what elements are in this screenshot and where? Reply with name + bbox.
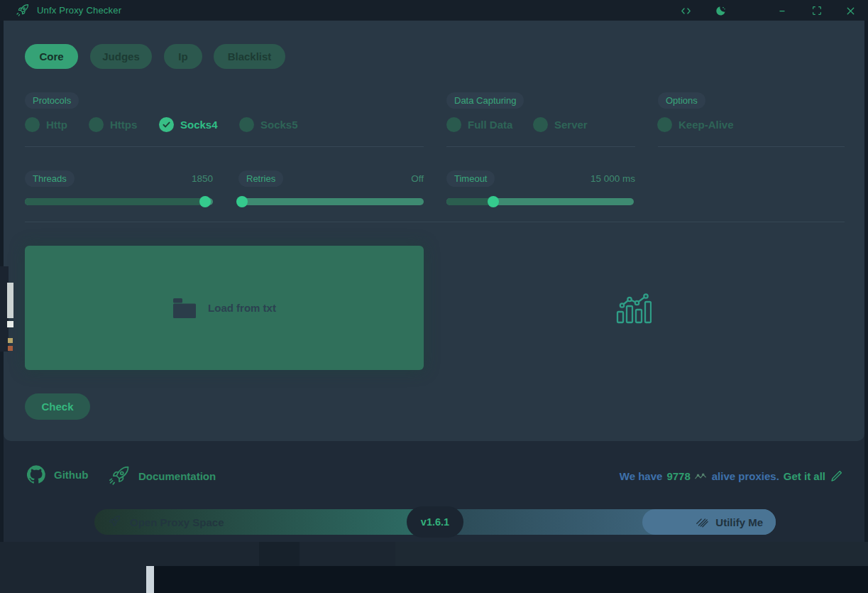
tab-blacklist[interactable]: Blacklist [214,44,285,69]
status-suffix: alive proxies. [712,470,779,482]
checkbox-label: Full Data [468,119,512,131]
open-proxy-space-label: Open Proxy Space [130,516,224,528]
timeout-value: 15 000 ms [543,173,635,184]
load-from-txt-dropzone[interactable]: Load from txt [25,246,424,370]
timeout-slider[interactable] [446,198,634,205]
divider [25,146,424,147]
chip-label: Retries [246,173,275,184]
tab-label: Core [39,50,63,62]
status-prefix: We have [620,470,663,482]
dropzone-label: Load from txt [208,302,276,314]
checkbox-label: Keep-Alive [679,119,734,131]
checkbox-socks4[interactable]: Socks4 [159,117,218,132]
checkbox-server[interactable]: Server [533,117,588,132]
slider-thumb[interactable] [199,196,211,207]
divider [25,222,845,222]
pencil-icon [830,469,843,483]
utilify-me-label: Utilify Me [715,516,763,528]
documentation-link[interactable]: Documentation [109,465,216,486]
checkbox-circle [89,117,104,132]
folder-icon [172,298,197,319]
threads-slider[interactable] [25,198,213,205]
check-button[interactable]: Check [25,393,90,420]
chip-label: Timeout [454,173,487,184]
version-label: v1.6.1 [421,516,449,528]
minimize-icon[interactable] [775,3,791,18]
checkbox-circle [239,117,254,132]
threads-value: 1850 [142,173,213,184]
chip-label: Data Capturing [454,95,516,106]
data-capturing-section-chip: Data Capturing [446,92,524,109]
background-window-edge [8,338,13,343]
slider-thumb[interactable] [488,196,499,207]
pulse-icon [695,472,708,481]
checkbox-circle [657,117,672,132]
protocols-section-chip: Protocols [25,92,79,109]
window-title: Unfx Proxy Checker [37,5,121,16]
retries-value: Off [353,173,424,184]
checkbox-label: Http [46,119,67,131]
check-button-label: Check [41,401,73,413]
checkbox-label: Socks5 [260,119,298,131]
github-octocat-icon [27,465,45,484]
slider-thumb[interactable] [236,196,248,207]
tab-label: Blacklist [228,50,272,62]
chip-label: Protocols [33,95,71,106]
check-icon [162,120,171,129]
tab-label: Ip [178,50,187,62]
background-window-edge [7,321,13,327]
rocket-icon [106,515,121,529]
close-icon[interactable] [842,3,858,18]
bottom-bar-right-segment: Utilify Me [435,509,776,535]
rocket-icon [109,465,130,486]
options-section-chip: Options [658,92,705,109]
open-proxy-space-link[interactable]: Open Proxy Space [94,509,435,535]
checkbox-http[interactable]: Http [25,117,67,132]
checkbox-circle [25,117,40,132]
checkbox-circle [159,117,174,132]
bar-chart-icon [616,292,652,325]
checkbox-label: Server [554,119,588,131]
alive-proxies-status: We have 9778 alive proxies. Get it all [620,469,843,483]
bottom-link-bar: Open Proxy Space Utilify Me v1.6.1 [94,509,776,535]
background-window-edge [7,283,13,318]
code-icon[interactable] [678,3,693,18]
timeout-chip: Timeout [446,170,495,187]
checkbox-circle [446,117,461,132]
tab-core[interactable]: Core [25,44,78,69]
scribble-icon [696,517,708,528]
titlebar: Unfx Proxy Checker [0,0,868,21]
utilify-me-link[interactable]: Utilify Me [642,509,776,535]
retries-slider[interactable] [238,198,424,205]
divider [658,146,845,147]
app-window: Unfx Proxy Checker [0,0,868,593]
checkbox-full-data[interactable]: Full Data [446,117,512,132]
version-badge: v1.6.1 [407,506,463,538]
rocket-icon [16,4,29,17]
maximize-icon[interactable] [809,3,825,18]
moon-icon[interactable] [713,3,728,18]
slider-fill [446,198,493,205]
background-window-edge [8,346,13,351]
chip-label: Options [666,95,698,106]
tab-label: Judges [102,50,140,62]
checkbox-circle [533,117,548,132]
slider-fill [25,198,205,205]
status-count: 9778 [666,470,690,482]
chip-label: Threads [33,173,67,184]
tab-judges[interactable]: Judges [90,44,152,69]
threads-chip: Threads [25,170,75,187]
checkbox-https[interactable]: Https [89,117,137,132]
retries-chip: Retries [238,170,283,187]
github-label: Github [54,469,88,481]
documentation-label: Documentation [138,470,216,482]
checkbox-label: Socks4 [180,119,218,131]
checkbox-label: Https [110,119,137,131]
github-link[interactable]: Github [27,465,88,484]
checkbox-socks5[interactable]: Socks5 [239,117,298,132]
divider [446,146,635,147]
tab-ip[interactable]: Ip [164,44,202,69]
checkbox-keep-alive[interactable]: Keep-Alive [657,117,734,132]
get-it-all-link[interactable]: Get it all [784,470,825,482]
